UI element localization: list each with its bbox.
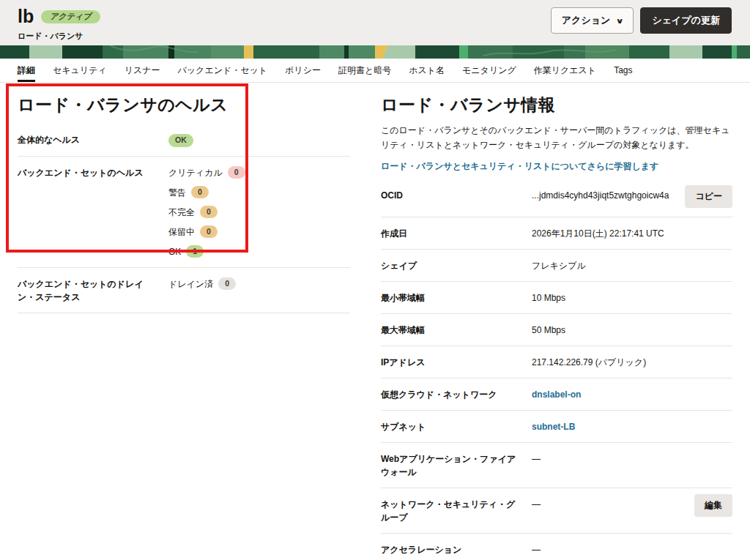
shape-row: シェイプ フレキシブル — [381, 250, 732, 282]
tab-monitoring[interactable]: モニタリング — [462, 59, 516, 82]
info-section-title: ロード・バランサ情報 — [381, 94, 732, 116]
created-date-label: 作成日 — [381, 227, 532, 240]
vcn-row: 仮想クラウド・ネットワーク dnslabel-on — [381, 378, 732, 411]
warning-count-row: 警告 0 — [168, 186, 350, 199]
warning-count-badge: 0 — [191, 186, 209, 199]
tab-policies[interactable]: ポリシー — [285, 59, 321, 82]
backend-set-health-row: バックエンド・セットのヘルス クリティカル 0 警告 0 不完全 0 保留中 0 — [18, 157, 350, 268]
max-bandwidth-label: 最大帯域幅 — [381, 324, 532, 337]
ok-count-row: OK 1 — [168, 245, 350, 258]
nsg-row: ネットワーク・セキュリティ・グループ — 編集 — [381, 488, 732, 534]
tab-certificates[interactable]: 証明書と暗号 — [338, 59, 391, 82]
waf-row: Webアプリケーション・ファイアウォール — — [381, 443, 732, 488]
tab-listeners[interactable]: リスナー — [125, 59, 160, 82]
overall-health-row: 全体的なヘルス OK — [18, 124, 350, 157]
acceleration-value: — — [532, 543, 732, 556]
created-date-row: 作成日 2026年1月10日(土) 22:17:41 UTC — [381, 217, 732, 250]
min-bandwidth-row: 最小帯域幅 10 Mbps — [381, 282, 732, 314]
drained-count-row: ドレイン済 0 — [168, 277, 350, 291]
backend-set-health-label: バックエンド・セットのヘルス — [18, 166, 168, 179]
pending-count-badge: 0 — [200, 225, 218, 239]
ocid-row: OCID ...jdmdis4cyhd43jiqt5zwtghgoicw4a コ… — [381, 179, 732, 217]
pending-label: 保留中 — [168, 225, 195, 239]
info-description: このロード・バランサとそのバックエンド・サーバー間のトラフィックは、管理セキュリ… — [381, 124, 732, 153]
tab-security[interactable]: セキュリティ — [53, 59, 107, 82]
drain-status-row: バックエンド・セットのドレイン・ステータス ドレイン済 0 — [18, 268, 350, 313]
health-panel: ロード・バランサのヘルス 全体的なヘルス OK バックエンド・セットのヘルス ク… — [18, 84, 350, 560]
drained-label: ドレイン済 — [168, 277, 213, 291]
waf-label: Webアプリケーション・ファイアウォール — [381, 452, 532, 479]
tab-hostnames[interactable]: ホスト名 — [409, 59, 445, 82]
warning-label: 警告 — [168, 186, 186, 199]
chevron-down-icon: ∨ — [616, 17, 624, 25]
incomplete-count-row: 不完全 0 — [168, 206, 350, 219]
health-section-title: ロード・バランサのヘルス — [18, 94, 350, 116]
subnet-row: サブネット subnet-LB — [381, 411, 732, 443]
tab-tags[interactable]: Tags — [614, 59, 632, 82]
ocid-label: OCID — [381, 189, 532, 202]
incomplete-count-badge: 0 — [200, 206, 218, 219]
critical-count-row: クリティカル 0 — [168, 166, 350, 179]
subnet-link[interactable]: subnet-LB — [532, 422, 575, 432]
ok-count-badge: 1 — [186, 245, 204, 258]
waf-value: — — [532, 452, 732, 466]
tab-bar: 詳細 セキュリティ リスナー バックエンド・セット ポリシー 証明書と暗号 ホス… — [0, 59, 750, 83]
vcn-link[interactable]: dnslabel-on — [532, 389, 581, 400]
drained-count-badge: 0 — [218, 277, 236, 291]
max-bandwidth-value: 50 Mbps — [532, 324, 732, 337]
shape-label: シェイプ — [381, 259, 532, 272]
min-bandwidth-label: 最小帯域幅 — [381, 291, 532, 305]
ok-label: OK — [168, 245, 181, 258]
info-panel: ロード・バランサ情報 このロード・バランサとそのバックエンド・サーバー間のトラフ… — [381, 84, 732, 560]
actions-dropdown-button[interactable]: アクション ∨ — [551, 7, 634, 34]
acceleration-row: アクセラレーション — — [381, 534, 732, 560]
overall-health-label: 全体的なヘルス — [18, 133, 168, 146]
subnet-label: サブネット — [381, 420, 532, 433]
status-badge: アクティブ — [41, 10, 100, 23]
ip-address-label: IPアドレス — [381, 356, 532, 369]
drain-status-label: バックエンド・セットのドレイン・ステータス — [18, 277, 168, 304]
ip-address-value: 217.142.226.79 (パブリック) — [532, 356, 732, 369]
actions-button-label: アクション — [562, 14, 611, 27]
edit-nsg-button[interactable]: 編集 — [694, 494, 732, 517]
tab-details[interactable]: 詳細 — [18, 59, 35, 82]
created-date-value: 2026年1月10日(土) 22:17:41 UTC — [532, 227, 732, 240]
main-content: ロード・バランサのヘルス 全体的なヘルス OK バックエンド・セットのヘルス ク… — [0, 83, 750, 560]
incomplete-label: 不完全 — [168, 206, 195, 219]
banner-pattern-image — [0, 45, 750, 59]
tab-backend-sets[interactable]: バックエンド・セット — [178, 59, 268, 82]
nsg-label: ネットワーク・セキュリティ・グループ — [381, 498, 532, 524]
learn-more-link[interactable]: ロード・バランサとセキュリティ・リストについてさらに学習します — [381, 160, 658, 173]
ocid-value: ...jdmdis4cyhd43jiqt5zwtghgoicw4a — [532, 189, 676, 202]
decorative-banner — [0, 45, 750, 59]
copy-ocid-button[interactable]: コピー — [685, 185, 732, 208]
acceleration-label: アクセラレーション — [381, 543, 532, 556]
min-bandwidth-value: 10 Mbps — [532, 291, 732, 305]
vcn-label: 仮想クラウド・ネットワーク — [381, 388, 532, 401]
update-shape-button[interactable]: シェイプの更新 — [640, 7, 732, 34]
pending-count-row: 保留中 0 — [168, 225, 350, 239]
header-actions: アクション ∨ シェイプの更新 — [551, 7, 732, 34]
max-bandwidth-row: 最大帯域幅 50 Mbps — [381, 314, 732, 346]
critical-count-badge: 0 — [228, 166, 245, 179]
shape-value: フレキシブル — [532, 259, 732, 272]
critical-label: クリティカル — [168, 166, 223, 179]
page-title: lb — [18, 7, 34, 27]
page-header: lb アクティブ ロード・バランサ アクション ∨ シェイプの更新 — [0, 0, 750, 45]
nsg-value: — — [532, 498, 686, 511]
overall-health-ok-badge: OK — [168, 134, 193, 147]
ip-address-row: IPアドレス 217.142.226.79 (パブリック) — [381, 346, 732, 378]
tab-work-requests[interactable]: 作業リクエスト — [534, 59, 596, 82]
